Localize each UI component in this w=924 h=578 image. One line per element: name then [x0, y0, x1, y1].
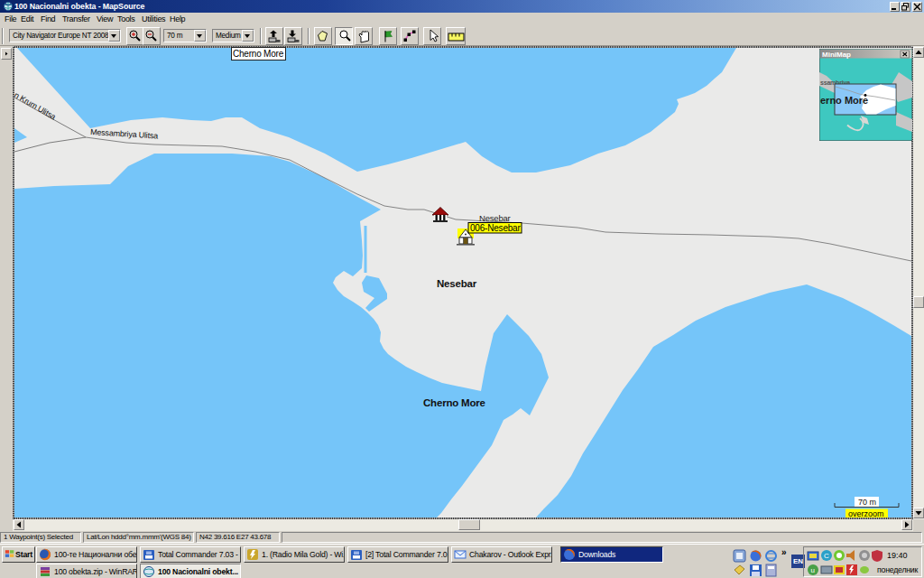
svg-text:70 m: 70 m — [858, 498, 876, 507]
svg-text:MiniMap: MiniMap — [822, 51, 851, 59]
svg-text:C: C — [824, 552, 829, 560]
svg-text:erno More: erno More — [820, 95, 868, 106]
svg-text:006-Nesebar: 006-Nesebar — [470, 223, 521, 233]
svg-text:overzoom: overzoom — [848, 509, 884, 518]
svg-text:Nesebar: Nesebar — [437, 278, 477, 289]
svg-text:Nesebar: Nesebar — [479, 213, 511, 223]
svg-text:Cherno More: Cherno More — [423, 397, 485, 408]
svg-text:u: u — [811, 566, 815, 574]
